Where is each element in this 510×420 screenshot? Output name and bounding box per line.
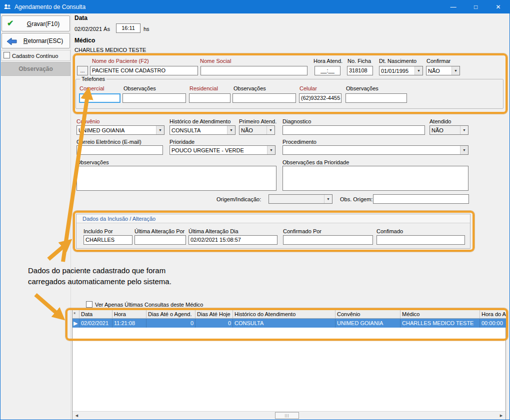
chevron-down-icon: ▼ — [324, 195, 332, 203]
last-change-day-input[interactable]: 02/02/2021 15:08:57 — [188, 235, 278, 245]
maximize-button[interactable]: □ — [464, 0, 487, 13]
grid-cell-hora-atend[interactable]: 00:00:00 — [480, 319, 506, 328]
first-attend-label: Primeiro Atend. — [239, 118, 276, 125]
history-combo[interactable]: CONSULTA ▼ — [170, 125, 236, 135]
grid-cell-historico[interactable]: CONSULTA — [233, 319, 336, 328]
arrow-to-grid-icon — [36, 295, 58, 315]
commercial-obs-input[interactable] — [122, 93, 186, 103]
grid-header-dias-agend[interactable]: Dias Até o Agend. — [146, 310, 196, 319]
origin-obs-label: Obs. Origem: — [340, 196, 372, 203]
patient-name-input[interactable]: PACIENTE COM CADASTRO — [90, 66, 198, 75]
record-number-input[interactable]: 318108 — [347, 66, 373, 75]
priority-label: Prioridade — [170, 139, 194, 145]
grid-header-historico[interactable]: Histórico do Atendimento — [233, 310, 336, 319]
grid-header-convenio[interactable]: Convênio — [336, 310, 400, 319]
grid-header-hora[interactable]: Hora — [112, 310, 146, 319]
phones-group-label: Telefones — [80, 76, 106, 82]
birthdate-combo[interactable]: 01/01/1995 ▼ — [379, 66, 423, 75]
commercial-obs-label: Observações — [124, 85, 156, 92]
return-button-label: Retornar(ESC) — [19, 37, 68, 44]
insurance-label: Convênio — [76, 118, 100, 125]
attend-time-input[interactable]: __:__ — [314, 66, 340, 75]
confirmed-by-input[interactable] — [283, 235, 373, 245]
title-bar: Agendamento de Consulta — □ ✕ — [0, 0, 510, 13]
diagnosis-label: Diagnostico — [282, 118, 311, 125]
close-button[interactable]: ✕ — [487, 0, 510, 13]
priority-observations-textarea[interactable] — [282, 166, 468, 191]
grid-header-dias-hoje[interactable]: Dias Até Hoje — [196, 310, 233, 319]
confirmed-label: Confimado — [376, 228, 403, 235]
annotation-line1: Dados do paciente cadastrado que foram — [28, 265, 172, 276]
last-change-by-label: Última Alteração Por — [134, 228, 184, 235]
grid-cell-data[interactable]: 02/02/2021 — [80, 319, 112, 328]
scrollbar-thumb[interactable]: ||| — [275, 412, 299, 419]
included-by-label: Incluído Por — [84, 228, 113, 235]
minimize-button[interactable]: — — [442, 0, 464, 13]
consultations-grid: * Data Hora Dias Até o Agend. Dias Até H… — [72, 310, 506, 420]
grid-cell-hora[interactable]: 11:21:08 — [112, 319, 146, 328]
email-input[interactable] — [76, 145, 163, 155]
chevron-down-icon[interactable]: ▼ — [156, 126, 164, 134]
last-change-by-input[interactable] — [134, 235, 186, 245]
grid-header-data[interactable]: Data — [80, 310, 112, 319]
chevron-down-icon[interactable]: ▼ — [414, 66, 422, 75]
grid-cell-dias-hoje[interactable]: 0 — [196, 319, 233, 328]
cell-obs-input[interactable] — [346, 93, 407, 103]
social-name-label: Nome Social — [200, 58, 231, 64]
chevron-down-icon[interactable]: ▼ — [460, 146, 468, 154]
confirmed-input[interactable] — [376, 235, 465, 245]
social-name-input[interactable] — [200, 66, 308, 75]
patient-lookup-button[interactable]: ... — [77, 66, 88, 75]
priority-combo[interactable]: POUCO URGENTE - VERDE ▼ — [170, 145, 276, 155]
annotation-line2: carregados automaticamente pelo sistema. — [28, 276, 172, 287]
origin-label: Origem/Indicação: — [216, 196, 261, 203]
grid-header-medico[interactable]: Médico — [400, 310, 480, 319]
cell-phone-label: Celular — [300, 85, 317, 92]
birthdate-label: Dt. Nascimento — [379, 58, 416, 64]
last-change-day-label: Última Alteração Dia — [188, 228, 238, 235]
grid-cell-medico[interactable]: CHARLLES MEDICO TESTE — [400, 319, 480, 328]
grid-header-hora-atend[interactable]: Hora do Atend. — [480, 310, 506, 319]
save-button[interactable]: ✔ Gravar(F10) — [2, 15, 70, 31]
app-window: Agendamento de Consulta — □ ✕ ✔ Gravar(F… — [0, 0, 510, 420]
observations-textarea[interactable] — [76, 166, 276, 191]
chevron-down-icon: ▼ — [460, 126, 468, 134]
last-consultations-label: Ver Apenas Últimas Consultas deste Médic… — [95, 302, 203, 308]
observation-tab[interactable]: Observação — [1, 62, 70, 76]
included-by-input[interactable]: CHARLLES — [84, 235, 132, 245]
scroll-left-icon[interactable]: ◄ — [72, 412, 81, 420]
origin-obs-input[interactable] — [373, 194, 469, 204]
window-title: Agendamento de Consulta — [14, 3, 86, 10]
grid-cell-convenio[interactable]: UNIMED GOIANIA — [336, 319, 400, 328]
annotation-text: Dados do paciente cadastrado que foram c… — [28, 265, 172, 287]
continuous-register-checkbox[interactable] — [4, 52, 10, 58]
residential-obs-input[interactable] — [232, 93, 296, 103]
grid-header-indicator: * — [72, 310, 80, 319]
continuous-register-label: Cadastro Contínuo — [12, 53, 58, 59]
last-consultations-checkbox[interactable] — [86, 301, 92, 308]
insurance-combo[interactable]: UNIMED GOIANIA ▼ — [76, 125, 164, 135]
scroll-right-icon[interactable]: ► — [497, 412, 506, 420]
procedure-combo[interactable]: ▼ — [282, 145, 468, 155]
priority-observations-label: Observações da Prioridade — [282, 159, 349, 166]
check-icon: ✔ — [7, 19, 14, 27]
time-input[interactable]: 16:11 — [116, 23, 140, 33]
commercial-phone-input[interactable] — [79, 93, 120, 103]
record-number-label: No. Ficha — [348, 58, 371, 64]
email-label: Correio Eletrônico (E-mail) — [76, 139, 142, 145]
cell-phone-input[interactable]: (62)93232-4455 — [299, 93, 342, 103]
chevron-down-icon[interactable]: ▼ — [452, 66, 460, 75]
return-button[interactable]: Retornar(ESC) — [2, 33, 70, 48]
residential-obs-label: Observações — [234, 85, 266, 92]
app-icon — [4, 3, 12, 12]
origin-combo: ▼ — [268, 194, 332, 204]
grid-cell-dias-agend[interactable]: 0 — [146, 319, 196, 328]
chevron-down-icon[interactable]: ▼ — [267, 146, 275, 154]
chevron-down-icon[interactable]: ▼ — [227, 126, 235, 134]
procedure-label: Procedimento — [282, 139, 316, 145]
date-section-label: Data — [74, 15, 88, 21]
residential-phone-input[interactable] — [189, 93, 230, 103]
diagnosis-input[interactable] — [282, 125, 425, 135]
horizontal-scrollbar[interactable]: ◄ ► ||| — [72, 411, 506, 420]
confirm-combo[interactable]: NÃO ▼ — [426, 66, 460, 75]
